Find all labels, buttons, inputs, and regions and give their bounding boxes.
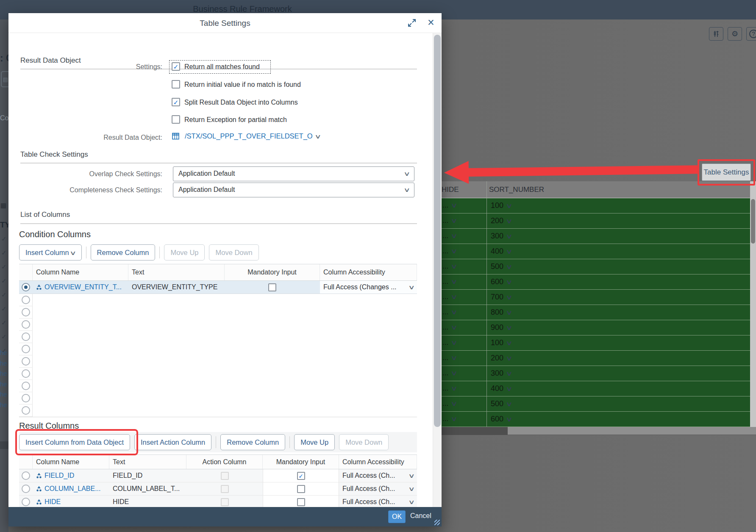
remove-column-button[interactable]: Remove Column — [220, 434, 285, 450]
row-radio[interactable] — [22, 320, 30, 329]
check-icon: ✓ — [1, 333, 7, 347]
check-icon: ✓ — [1, 277, 7, 291]
table-row[interactable]: ...∨800∨ — [441, 305, 756, 320]
row-radio[interactable] — [22, 471, 30, 480]
checkbox-split-result[interactable]: ✓ — [172, 98, 180, 106]
row-radio[interactable] — [22, 357, 30, 366]
chevron-down-icon: ∨ — [506, 263, 512, 271]
accessibility-value[interactable]: Full Access (Changes ... — [323, 283, 397, 291]
close-button[interactable]: × — [425, 16, 437, 29]
chevron-down-icon: ∨ — [450, 400, 457, 407]
section-divider — [20, 163, 417, 163]
table-row[interactable]: ...∨100∨ — [441, 198, 756, 213]
table-row[interactable]: ...∨400∨ — [441, 381, 756, 396]
chevron-down-icon: ∨ — [450, 217, 457, 224]
overlap-check-select[interactable]: Application Default ∨ — [173, 166, 414, 181]
mandatory-checkbox[interactable] — [297, 485, 305, 493]
resize-grip[interactable] — [434, 520, 440, 525]
row-radio[interactable] — [22, 394, 30, 402]
table-row[interactable]: ...∨500∨ — [441, 259, 756, 274]
result-data-object-link[interactable]: /STX/SOL_PPP_T_OVER_FIELDSET_O — [185, 132, 313, 140]
mandatory-checkbox[interactable] — [297, 498, 305, 506]
column-divider — [486, 181, 487, 427]
table-row[interactable]: ...∨100∨ — [441, 335, 756, 351]
column-header-hide: HIDE — [442, 186, 459, 194]
remove-column-button[interactable]: Remove Column — [91, 244, 156, 260]
row-radio[interactable] — [22, 369, 30, 378]
table-row[interactable]: ...∨500∨ — [441, 396, 756, 412]
ok-button[interactable]: OK — [388, 510, 406, 523]
table-row[interactable]: ...∨300∨ — [441, 229, 756, 244]
completeness-check-select[interactable]: Application Default ∨ — [173, 183, 414, 197]
table-row[interactable]: ...∨300∨ — [441, 366, 756, 381]
label-fragment: Co — [0, 114, 8, 122]
accessibility-value[interactable]: Full Access (Ch... — [342, 485, 395, 493]
row-radio[interactable] — [22, 345, 30, 353]
help-button[interactable]: ? — [746, 27, 756, 41]
table-row[interactable]: ...∨600∨ — [441, 412, 756, 427]
table-row[interactable]: FIELD_ID FIELD_ID ✓ Full Access (Ch... ∨ — [19, 469, 417, 482]
mandatory-checkbox[interactable] — [268, 283, 276, 291]
table-row[interactable]: COLUMN_LABE... COLUMN_LABEL_T... Full Ac… — [19, 482, 417, 496]
result-data-object-value[interactable]: /STX/SOL_PPP_T_OVER_FIELDSET_O ∨ — [172, 132, 320, 140]
checkbox-return-initial-value[interactable] — [172, 80, 180, 89]
accessibility-value[interactable]: Full Access (Ch... — [342, 498, 395, 506]
table-row-selected[interactable]: OVERVIEW_ENTITY_T... OVERVIEW_ENTITY_TYP… — [19, 281, 417, 294]
horizontal-scrollbar[interactable] — [441, 427, 756, 435]
checkbox-return-all-matches[interactable]: ✓ — [172, 62, 180, 71]
table-row[interactable]: ...∨900∨ — [441, 320, 756, 335]
column-name-link[interactable]: COLUMN_LABE... — [44, 485, 100, 493]
column-name-link[interactable]: FIELD_ID — [44, 472, 74, 479]
move-down-button[interactable]: Move Down — [339, 434, 389, 450]
checkbox-label: Split Result Data Object into Columns — [184, 99, 298, 106]
settings-button[interactable]: ⚙ — [728, 27, 742, 41]
row-radio-selected[interactable] — [22, 283, 30, 291]
scrollbar-thumb[interactable] — [751, 199, 755, 244]
selected-value: Application Default — [178, 186, 235, 194]
data-object-icon — [36, 284, 42, 290]
insert-action-column-button[interactable]: Insert Action Column — [134, 434, 211, 450]
condition-columns-table: Column Name Text Mandatory Input Column … — [19, 264, 417, 417]
section-divider — [20, 223, 417, 224]
move-down-button[interactable]: Move Down — [209, 244, 258, 260]
row-radio[interactable] — [22, 406, 30, 415]
table-row[interactable]: ...∨700∨ — [441, 290, 756, 305]
row-radio[interactable] — [22, 485, 30, 493]
row-radio[interactable] — [22, 308, 30, 316]
scrollbar-thumb[interactable] — [441, 427, 508, 435]
chevron-down-icon: ∨ — [506, 278, 512, 286]
scrollbar-thumb[interactable] — [434, 35, 441, 427]
chevron-down-icon: ∨ — [450, 324, 457, 331]
table-row[interactable]: ...∨400∨ — [441, 244, 756, 259]
accessibility-value[interactable]: Full Access (Ch... — [342, 472, 395, 479]
table-row — [19, 355, 417, 368]
column-name-link[interactable]: HIDE — [44, 498, 61, 506]
column-name-link[interactable]: OVERVIEW_ENTITY_T... — [44, 283, 122, 291]
table-row[interactable]: ...∨200∨ — [441, 351, 756, 366]
background-left-fragment: : C ▤ Co ▦ TY ✓✓✓✓✓✓✓✓✓ hehehehehehe — [0, 19, 8, 532]
toolbar-separator — [86, 247, 86, 258]
table-row — [19, 319, 417, 331]
move-up-button[interactable]: Move Up — [294, 434, 335, 450]
dialog-scrollbar[interactable] — [433, 33, 442, 507]
move-up-button[interactable]: Move Up — [164, 244, 205, 260]
row-radio[interactable] — [22, 296, 30, 304]
maximize-button[interactable] — [407, 18, 417, 28]
column-header-mandatory: Mandatory Input — [263, 455, 339, 469]
insert-column-button[interactable]: Insert Column ∨ — [19, 244, 82, 260]
vertical-scrollbar[interactable] — [750, 181, 756, 427]
table-row[interactable]: ...∨200∨ — [441, 213, 756, 229]
personalize-button[interactable] — [709, 27, 723, 41]
condition-columns-toolbar: Insert Column ∨ Remove Column Move Up Mo… — [19, 244, 259, 260]
table-row[interactable]: ...∨600∨ — [441, 274, 756, 290]
chevron-down-icon: ∨ — [506, 355, 512, 362]
cancel-button[interactable]: Cancel — [410, 512, 431, 520]
row-radio[interactable] — [22, 332, 30, 341]
background-table-body: ...∨100∨ ...∨200∨ ...∨300∨ ...∨400∨ ...∨… — [441, 198, 756, 427]
row-radio[interactable] — [22, 498, 30, 506]
checkbox-return-exception[interactable] — [172, 115, 180, 124]
row-radio[interactable] — [22, 382, 30, 390]
data-object-icon — [36, 499, 42, 505]
mandatory-checkbox[interactable]: ✓ — [297, 472, 305, 480]
gear-icon: ⚙ — [731, 29, 738, 39]
